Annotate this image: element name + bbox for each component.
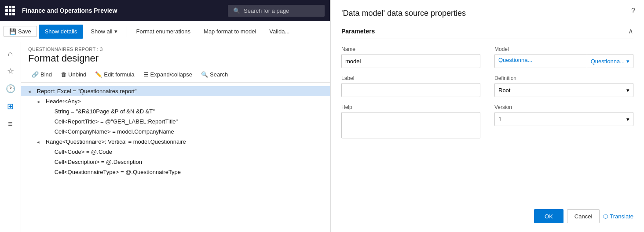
tree-item-text-3: Cell<ReportTitle> = @"GER_LABEL:ReportTi… [55,118,178,125]
chevron-down-icon: ▾ [114,28,117,35]
tree-item-text-5: Range<Questionnaire>: Vertical = model.Q… [46,138,186,145]
tree-item-2[interactable]: String = "&R&10Page &P of &N &D &T" [21,106,330,116]
unbind-button[interactable]: 🗑 Unbind [57,69,90,80]
name-input[interactable] [341,54,480,68]
definition-value: Root [498,87,510,94]
help-group: Help [341,104,480,138]
panel-footer: OK Cancel ⬡ Translate [341,200,633,223]
save-button[interactable]: 💾 Save [4,26,37,37]
toolbar-separator-1 [127,26,127,37]
tree-arrow-1: ◂ [37,99,42,105]
tree-arrow-4 [46,129,51,134]
tree-item-text-6: Cell<Code> = @.Code [55,149,112,155]
right-panel: ? 'Data model' data source properties Pa… [330,0,644,232]
format-enumerations-button[interactable]: Format enumerations [131,25,197,37]
model-label: Model [494,46,633,52]
translate-button[interactable]: ⬡ Translate [603,213,633,220]
tree-item-text-1: Header<Any> [46,98,81,105]
panel-title: 'Data model' data source properties [341,9,633,18]
tree-item-text-2: String = "&R&10Page &P of &N &D &T" [55,108,155,115]
tree-item-8[interactable]: Cell<QuestionnaireType> = @.Questionnair… [21,167,330,177]
tree-item-6[interactable]: Cell<Code> = @.Code [21,147,330,157]
chevron-down-icon: ▾ [626,58,629,65]
definition-chevron-icon: ▾ [626,87,629,94]
tree-item-text-0: Report: Excel = "Questionnaires report" [37,88,137,94]
sidebar-item-home[interactable]: ⌂ [3,46,18,62]
map-format-to-model-button[interactable]: Map format to model [198,25,262,37]
tree-item-0[interactable]: ◂ Report: Excel = "Questionnaires report… [21,86,330,96]
edit-formula-button[interactable]: ✏️ Edit formula [91,69,138,80]
sidebar-item-workspaces[interactable]: ⊞ [3,98,18,114]
tree-item-3[interactable]: Cell<ReportTitle> = @"GER_LABEL:ReportTi… [21,116,330,127]
tree-item-text-7: Cell<Description> = @.Description [55,159,142,165]
validate-button[interactable]: Valida... [263,25,295,37]
tree-arrow-3 [46,119,51,124]
tree-arrow-7 [46,160,51,165]
search-icon: 🔍 [233,7,240,14]
search-icon: 🔍 [201,71,208,78]
cancel-button[interactable]: Cancel [567,209,600,223]
tree-item-4[interactable]: Cell<CompanyName> = model.CompanyName [21,127,330,137]
sidebar: ⌂ ☆ 🕐 ⊞ ≡ [0,42,21,232]
label-input[interactable] [341,83,480,97]
app-grid-icon[interactable] [5,6,15,15]
tree-arrow-8 [46,170,51,175]
sidebar-item-nav[interactable]: ≡ [3,116,18,132]
version-chevron-icon: ▾ [626,116,629,123]
definition-select[interactable]: Root ▾ [494,83,633,97]
name-label: Name [341,46,480,52]
tree-arrow-6 [46,149,51,155]
definition-group: Definition Root ▾ [494,75,633,97]
show-all-button[interactable]: Show all ▾ [85,25,123,37]
show-details-button[interactable]: Show details [39,25,84,39]
expand-icon: ☰ [143,71,149,78]
model-group: Model Questionna... Questionna... ▾ [494,46,633,68]
main-toolbar: 💾 Save Show details Show all ▾ Format en… [0,21,330,42]
version-label: Version [494,104,633,110]
breadcrumb: QUESTIONNAIRES REPORT : 3 [28,47,323,52]
translate-icon: ⬡ [603,213,608,220]
unlink-icon: 🗑 [61,71,66,78]
label-label: Label [341,75,480,81]
model-select-left-value: Questionna... [495,54,587,68]
version-select[interactable]: 1 ▾ [494,112,633,126]
help-label: Help [341,104,480,110]
tree-item-text-8: Cell<QuestionnaireType> = @.Questionnair… [55,169,181,175]
model-select-right-value[interactable]: Questionna... ▾ [587,54,633,68]
sidebar-item-favorites[interactable]: ☆ [3,63,18,79]
tree-arrow-2 [46,109,51,114]
name-group: Name [341,46,480,68]
ok-button[interactable]: OK [534,209,564,223]
model-select[interactable]: Questionna... Questionna... ▾ [494,54,633,68]
search-placeholder: Search for a page [244,7,289,14]
tree-item-7[interactable]: Cell<Description> = @.Description [21,157,330,167]
format-tree: ◂ Report: Excel = "Questionnaires report… [21,83,330,232]
tree-arrow-5: ◂ [37,139,42,145]
tree-item-1[interactable]: ◂ Header<Any> [21,96,330,106]
secondary-toolbar: 🔗 Bind 🗑 Unbind ✏️ Edit formula ☰ Expand… [21,67,330,83]
version-value: 1 [498,116,501,123]
link-icon: 🔗 [32,71,39,78]
search-button[interactable]: 🔍 Search [198,69,231,80]
bind-button[interactable]: 🔗 Bind [28,69,55,80]
save-icon: 💾 [9,28,16,35]
section-title: Parameters [341,28,375,35]
help-input[interactable] [341,112,480,138]
definition-label: Definition [494,75,633,81]
sidebar-item-recent[interactable]: 🕐 [3,81,18,97]
label-group: Label [341,75,480,97]
tree-item-5[interactable]: ◂ Range<Questionnaire>: Vertical = model… [21,137,330,147]
collapse-section-button[interactable]: ∧ [628,27,633,35]
tree-item-text-4: Cell<CompanyName> = model.CompanyName [55,128,174,135]
page-title: Format designer [28,53,323,64]
app-title: Finance and Operations Preview [22,7,223,14]
tree-arrow-0: ◂ [28,89,33,94]
parameters-form: Name Model Questionna... Questionna... ▾… [341,46,633,138]
page-header: QUESTIONNAIRES REPORT : 3 Format designe… [21,42,330,67]
pencil-icon: ✏️ [95,71,102,78]
parameters-section-header: Parameters ∧ [341,27,633,39]
help-icon[interactable]: ? [631,7,635,15]
version-group: Version 1 ▾ [494,104,633,138]
search-bar[interactable]: 🔍 Search for a page [228,5,325,17]
expand-collapse-button[interactable]: ☰ Expand/collapse [140,69,196,80]
